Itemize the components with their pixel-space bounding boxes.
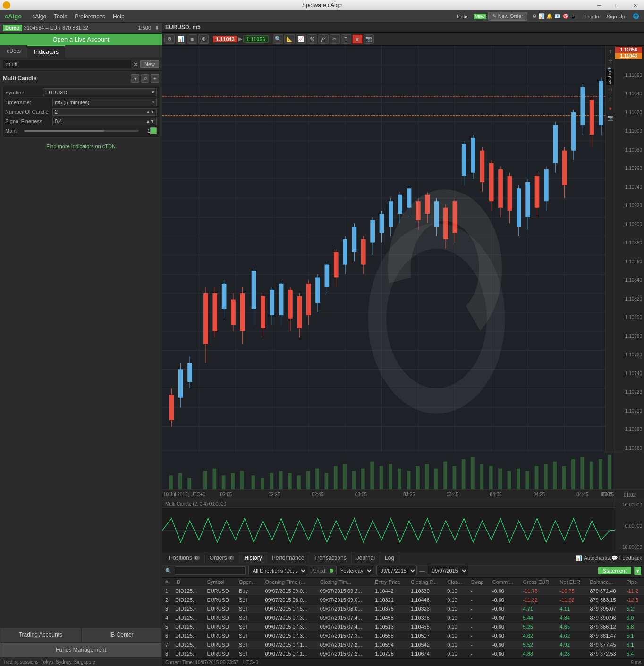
open-account-button[interactable]: Open a Live Account bbox=[0, 34, 162, 45]
svg-rect-136 bbox=[203, 471, 207, 490]
toolbar-btn-3[interactable]: ≡ bbox=[187, 34, 197, 44]
cell-id: DID125... bbox=[172, 649, 204, 658]
ind-scale-mid: 0.00000 bbox=[617, 523, 642, 529]
new-indicator-button[interactable]: New bbox=[140, 60, 159, 68]
tab-cbots[interactable]: cBots bbox=[0, 45, 27, 58]
ib-center-button[interactable]: IB Center bbox=[81, 627, 162, 642]
svg-rect-161 bbox=[434, 469, 438, 489]
toolbar-btn-6[interactable]: 📐 bbox=[284, 34, 295, 44]
timeframe-select[interactable]: m5 (5 minutes) ▾ bbox=[52, 99, 157, 106]
menu-bar: cAlgo cAlgo Tools Preferences Help Links… bbox=[0, 10, 644, 23]
indicator-gear-button[interactable]: ⚙ bbox=[141, 74, 149, 83]
camera-icon[interactable]: 📷 bbox=[607, 114, 614, 121]
toolbar-btn-1[interactable]: ⚙ bbox=[164, 34, 175, 44]
cell-open-time: 09/07/2015 07:3... bbox=[263, 623, 317, 632]
date-from-select[interactable]: 09/07/2015 bbox=[376, 566, 417, 575]
svg-rect-100 bbox=[471, 138, 475, 173]
svg-rect-150 bbox=[334, 466, 338, 489]
toolbar-btn-12[interactable]: ■ bbox=[352, 34, 363, 44]
cell-clos: 0.10 bbox=[444, 641, 468, 649]
date-to-select[interactable]: 09/07/2015 bbox=[428, 566, 468, 575]
toolbar-btn-10[interactable]: ✂ bbox=[330, 34, 340, 44]
symbol-select[interactable]: EURUSD ▾ bbox=[43, 88, 157, 96]
cell-num: 5 bbox=[162, 623, 172, 632]
svg-rect-40 bbox=[187, 363, 192, 382]
direction-filter[interactable]: All Directions (De... bbox=[248, 566, 307, 575]
cursor-icon[interactable]: ⬆ bbox=[607, 48, 614, 55]
tab-indicators[interactable]: Indicators bbox=[27, 45, 65, 58]
toolbar-btn-9[interactable]: 🖊 bbox=[318, 34, 329, 44]
cell-dir: Sell bbox=[236, 649, 263, 658]
toolbar-btn-5[interactable]: 🔍 bbox=[273, 34, 283, 44]
trading-accounts-button[interactable]: Trading Accounts bbox=[0, 627, 81, 642]
feedback-button[interactable]: 💬 Feedback bbox=[611, 555, 642, 561]
links-button[interactable]: Links bbox=[454, 13, 472, 20]
menu-preferences[interactable]: Preferences bbox=[71, 10, 109, 22]
svg-rect-122 bbox=[571, 112, 576, 151]
download-button[interactable]: ⬇ bbox=[155, 25, 159, 31]
tab-transactions[interactable]: Transactions bbox=[309, 552, 351, 564]
indicator-settings-button[interactable]: ▾ bbox=[131, 74, 139, 83]
left-tabs: cBots Indicators bbox=[0, 45, 162, 58]
cell-entry: 1.10458 bbox=[372, 614, 408, 623]
clear-search-button[interactable]: ✕ bbox=[133, 61, 138, 68]
toolbar-btn-2[interactable]: 📊 bbox=[176, 34, 186, 44]
search-input[interactable] bbox=[3, 60, 131, 68]
menu-calgo[interactable]: cAlgo bbox=[28, 10, 50, 22]
candle-input[interactable]: 2 ▲▼ bbox=[52, 108, 157, 116]
close-button[interactable]: ✕ bbox=[626, 0, 644, 10]
login-button[interactable]: Log In bbox=[582, 13, 602, 20]
crosshair-icon[interactable]: ✛ bbox=[607, 57, 614, 65]
date-preset-select[interactable]: Yesterday bbox=[336, 566, 373, 575]
svg-rect-54 bbox=[261, 296, 265, 328]
toolbar-btn-8[interactable]: ⚒ bbox=[307, 34, 317, 44]
svg-rect-142 bbox=[261, 478, 264, 489]
autochartist-button[interactable]: 📊 Autochartist bbox=[576, 555, 611, 561]
signup-button[interactable]: Sign Up bbox=[604, 13, 628, 20]
color-picker[interactable] bbox=[150, 127, 157, 134]
cell-balance: 879 372.53 bbox=[587, 649, 624, 658]
find-more-link[interactable]: Find more Indicators on cTDN bbox=[0, 140, 162, 153]
minimize-button[interactable]: ─ bbox=[590, 0, 608, 10]
cell-net: 4.02 bbox=[557, 632, 587, 641]
cell-id: DID125... bbox=[172, 614, 204, 623]
fineness-row: Signal Fineness 0.4 ▲▼ bbox=[5, 117, 157, 126]
tab-journal[interactable]: Journal bbox=[352, 552, 380, 564]
toolbar-btn-4[interactable]: ⊕ bbox=[198, 34, 209, 44]
tab-log[interactable]: Log bbox=[380, 552, 399, 564]
cell-num: 6 bbox=[162, 632, 172, 641]
cell-pips: 5.1 bbox=[624, 632, 644, 641]
svg-rect-80 bbox=[380, 214, 384, 233]
svg-rect-144 bbox=[279, 471, 283, 490]
cell-gross: -11.75 bbox=[520, 587, 557, 596]
statement-dropdown[interactable]: ▾ bbox=[634, 567, 641, 575]
account-ratio: 1:500 bbox=[138, 25, 151, 31]
new-order-button[interactable]: ✎ New Order bbox=[488, 12, 527, 21]
indicator-add-button[interactable]: + bbox=[151, 74, 159, 83]
funds-management-button[interactable]: Funds Management bbox=[0, 642, 162, 658]
menu-tools[interactable]: Tools bbox=[50, 10, 71, 22]
toolbar-btn-11[interactable]: T bbox=[341, 34, 351, 44]
svg-rect-153 bbox=[361, 469, 365, 489]
cell-closing-p: 1.10674 bbox=[408, 649, 444, 658]
tab-positions[interactable]: Positions 0 bbox=[164, 552, 205, 564]
fineness-input[interactable]: 0.4 ▲▼ bbox=[52, 118, 157, 125]
statement-button[interactable]: Statement bbox=[598, 567, 631, 574]
rect-icon[interactable]: □ bbox=[607, 85, 614, 93]
cell-gross: 4.62 bbox=[520, 632, 557, 641]
maximize-button[interactable]: □ bbox=[608, 0, 626, 10]
text-icon[interactable]: T bbox=[607, 95, 614, 102]
toolbar-btn-7[interactable]: 📈 bbox=[296, 34, 306, 44]
target-price-label: 1.11043 bbox=[615, 53, 642, 59]
tab-history[interactable]: History bbox=[239, 552, 267, 564]
cell-gross: 5.52 bbox=[520, 641, 557, 649]
tab-orders[interactable]: Orders 0 bbox=[205, 552, 240, 564]
lang-button[interactable]: 🌐 bbox=[630, 12, 642, 20]
cell-comm: -0.60 bbox=[490, 596, 520, 605]
toolbar-btn-13[interactable]: 📷 bbox=[364, 34, 374, 44]
cell-entry: 1.10375 bbox=[372, 605, 408, 614]
history-search-input[interactable] bbox=[175, 566, 246, 575]
menu-help[interactable]: Help bbox=[109, 10, 128, 22]
app-icon bbox=[3, 1, 10, 9]
tab-performance[interactable]: Performance bbox=[267, 552, 310, 564]
